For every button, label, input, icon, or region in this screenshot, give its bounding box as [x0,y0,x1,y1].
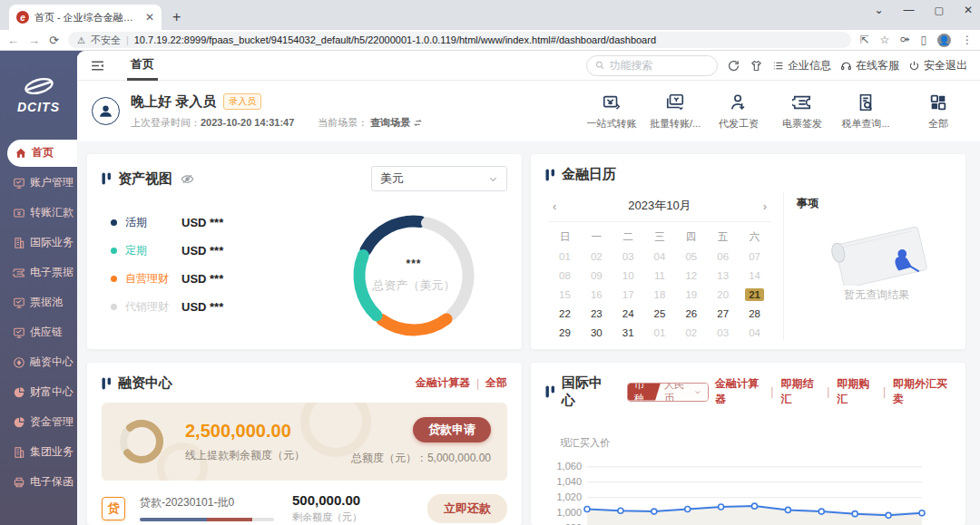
calendar-day[interactable]: 30 [581,325,612,340]
calendar-day[interactable]: 01 [644,325,676,340]
financing-link-1[interactable]: 全部 [485,375,507,391]
calendar-day[interactable]: 18 [644,287,676,302]
browser-menu-icon[interactable]: ⋮ [962,34,973,46]
theme-skin-icon[interactable] [750,59,763,73]
calendar-day[interactable]: 03 [707,325,739,340]
calendar-day[interactable]: 01 [549,248,581,264]
online-service-link[interactable]: 在线客服 [840,58,899,73]
collapse-menu-icon[interactable] [90,58,105,73]
calendar-day[interactable]: 20 [707,287,739,302]
calendar-day[interactable]: 04 [739,325,770,340]
quick-action-4[interactable]: 税单查询... [840,92,891,131]
printer-icon [13,476,25,489]
sidebar-item-4[interactable]: 电子票据 [0,259,77,287]
window-maximize-icon[interactable]: ▢ [935,5,944,16]
quick-action-5[interactable]: 全部 [913,92,964,131]
new-tab-button[interactable]: + [172,9,181,25]
card-title-bars-icon [102,377,112,390]
calendar-day[interactable]: 17 [612,287,644,302]
sidebar-item-8[interactable]: 财富中心 [0,379,77,406]
intl-link-3[interactable]: 即期外汇买卖 [893,376,951,407]
address-bar[interactable]: ⚠ 不安全 | 10.7.19.22:8999/fpaas_bucket/941… [68,32,851,48]
calendar-day[interactable]: 05 [675,248,707,264]
calendar-prev-icon[interactable]: ‹ [553,199,573,213]
currency-type-select[interactable]: 币种 人民币 [627,383,709,402]
calendar-day[interactable]: 14 [739,267,770,283]
calendar-day[interactable]: 03 [612,248,644,264]
hide-amounts-eye-icon[interactable] [181,172,194,186]
building-icon [13,446,25,459]
sidebar-item-3[interactable]: 国际业务 [0,229,77,257]
repay-now-button[interactable]: 立即还款 [427,494,507,523]
calendar-day[interactable]: 15 [549,287,581,302]
refresh-page-icon[interactable] [727,59,740,73]
quick-action-0[interactable]: 一站式转账 [586,92,637,131]
enterprise-info-link[interactable]: 企业信息 [772,58,831,73]
calendar-day[interactable]: 02 [581,248,612,264]
calendar-day[interactable]: 25 [644,306,676,321]
calendar-day[interactable]: 08 [549,267,581,283]
switch-scene-icon[interactable] [413,118,423,128]
browser-profile-avatar[interactable]: 👤 [937,34,951,47]
calendar-day[interactable]: 31 [612,325,644,340]
currency-select[interactable]: 美元 [371,166,507,191]
sidebar-item-label: 供应链 [30,325,63,340]
calendar-next-icon[interactable]: › [747,199,767,213]
sidebar-item-10[interactable]: 集团业务 [0,439,77,466]
calendar-day[interactable]: 13 [707,267,739,283]
sidebar-item-label: 电子票据 [30,265,74,280]
calendar-day[interactable]: 12 [675,267,707,283]
extensions-icon[interactable]: ⚩ [900,34,909,46]
sidebar-item-11[interactable]: 电子保函 [0,469,77,496]
share-icon[interactable]: ⇱ [860,34,869,46]
calendar-day[interactable]: 26 [675,306,707,321]
quick-action-2[interactable]: 代发工资 [713,92,764,131]
calendar-day[interactable]: 04 [644,248,676,264]
calendar-day[interactable]: 11 [644,267,676,283]
doc-search-icon [856,92,876,112]
sidebar-item-2[interactable]: 转账汇款 [0,199,77,227]
calendar-day[interactable]: 06 [707,248,739,264]
calendar-day[interactable]: 23 [581,306,612,321]
bookmark-star-icon[interactable]: ☆ [880,34,890,46]
loan-apply-button[interactable]: 贷款申请 [413,417,491,442]
side-panel-icon[interactable]: ▯ [920,34,926,46]
browser-tab[interactable]: e 首页 - 企业综合金融服务平台 ✕ [9,5,162,30]
function-search[interactable] [586,55,718,76]
sidebar-item-1[interactable]: 账户管理 [0,170,77,197]
reload-icon[interactable]: ⟳ [49,34,59,47]
intl-link-1[interactable]: 即期结汇 [780,376,819,407]
safe-logout-link[interactable]: 安全退出 [908,58,967,73]
calendar-day[interactable]: 29 [549,325,581,340]
financing-link-0[interactable]: 金融计算器 [416,375,470,391]
calendar-day[interactable]: 28 [739,306,770,321]
calendar-day-today[interactable]: 21 [739,287,770,302]
calendar-day[interactable]: 24 [612,306,644,321]
calendar-day[interactable]: 19 [675,287,707,302]
intl-link-0[interactable]: 金融计算器 [715,376,763,407]
calendar-day[interactable]: 16 [581,287,612,302]
sidebar-item-5[interactable]: 票据池 [0,289,77,316]
search-input[interactable] [610,59,709,72]
intl-link-2[interactable]: 即期购汇 [837,376,876,407]
calendar-day[interactable]: 27 [707,306,739,321]
security-warning-icon[interactable]: ⚠ [77,35,85,45]
forward-icon[interactable]: → [28,34,40,47]
window-close-icon[interactable]: ✕ [964,4,973,16]
sidebar-item-6[interactable]: 供应链 [0,319,77,346]
window-menu-icon[interactable]: ⌄ [874,4,883,16]
sidebar-item-0[interactable]: 首页 [7,140,77,167]
window-minimize-icon[interactable]: — [904,4,915,16]
sidebar-item-7[interactable]: 融资中心 [0,349,77,376]
calendar-day[interactable]: 07 [739,248,770,264]
quick-action-3[interactable]: 电票签发 [777,92,828,131]
calendar-day[interactable]: 09 [581,267,612,283]
back-icon[interactable]: ← [7,34,19,47]
calendar-day[interactable]: 22 [549,306,581,321]
tab-home[interactable]: 首页 [127,51,158,81]
tab-close-icon[interactable]: ✕ [145,11,154,24]
quick-action-1[interactable]: 批量转账/... [650,92,701,131]
calendar-day[interactable]: 10 [612,267,644,283]
calendar-day[interactable]: 02 [675,325,707,340]
sidebar-item-9[interactable]: 资金管理 [0,409,77,436]
